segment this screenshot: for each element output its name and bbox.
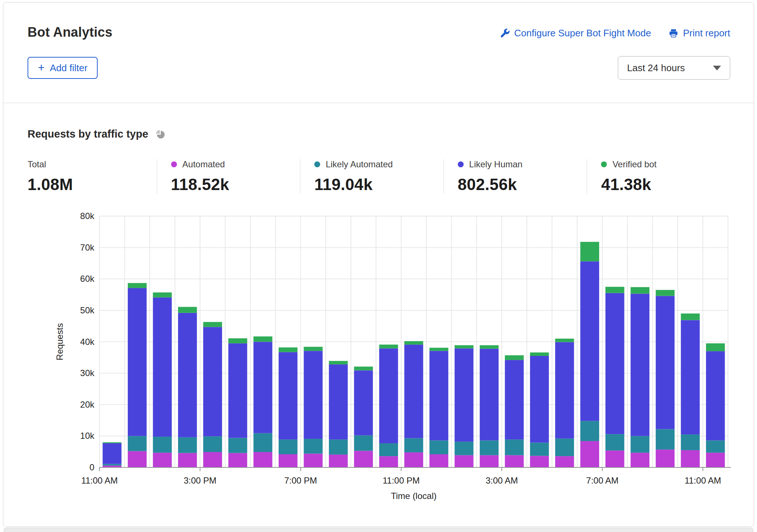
bar-segment-verified-bot[interactable] (253, 336, 272, 342)
bar-segment-automated[interactable] (555, 456, 574, 467)
bar-segment-verified-bot[interactable] (279, 347, 297, 352)
bar-segment-likely-human[interactable] (480, 349, 499, 440)
bar-segment-verified-bot[interactable] (379, 345, 398, 348)
bar-segment-automated[interactable] (430, 454, 448, 467)
bar-segment-likely-automated[interactable] (379, 443, 398, 456)
bar-segment-automated[interactable] (530, 456, 549, 467)
bar-segment-automated[interactable] (480, 455, 499, 467)
bar-segment-automated[interactable] (656, 449, 674, 467)
bar-segment-likely-automated[interactable] (228, 438, 247, 453)
bar-segment-verified-bot[interactable] (580, 242, 599, 261)
bar-segment-likely-automated[interactable] (203, 436, 222, 452)
bar-segment-automated[interactable] (279, 454, 297, 467)
bar-segment-automated[interactable] (329, 455, 348, 467)
bar-segment-verified-bot[interactable] (656, 290, 674, 296)
bar-segment-automated[interactable] (203, 452, 222, 467)
bar-segment-likely-automated[interactable] (279, 440, 297, 454)
bar-segment-likely-human[interactable] (631, 294, 649, 436)
bar-segment-likely-automated[interactable] (153, 437, 172, 453)
bar-segment-likely-human[interactable] (203, 327, 222, 436)
bar-segment-verified-bot[interactable] (480, 345, 499, 349)
bar-segment-likely-automated[interactable] (480, 440, 499, 455)
bar-segment-verified-bot[interactable] (605, 287, 624, 293)
bar-segment-automated[interactable] (681, 450, 700, 467)
bar-segment-likely-automated[interactable] (404, 438, 423, 452)
bar-segment-automated[interactable] (505, 455, 524, 467)
stat-label[interactable]: Likely Automated (326, 159, 393, 170)
bar-segment-likely-automated[interactable] (329, 440, 348, 455)
bar-segment-likely-human[interactable] (580, 261, 599, 421)
bar-segment-likely-automated[interactable] (304, 439, 322, 453)
bar-segment-likely-automated[interactable] (430, 440, 448, 454)
bar-segment-verified-bot[interactable] (354, 367, 373, 370)
bar-segment-automated[interactable] (706, 453, 725, 467)
bar-segment-likely-human[interactable] (505, 360, 524, 440)
stat-label[interactable]: Total (28, 159, 46, 170)
stat-label[interactable]: Likely Human (469, 159, 522, 170)
bar-segment-likely-human[interactable] (530, 356, 549, 442)
time-range-select[interactable]: Last 24 hours (618, 56, 730, 80)
bar-segment-likely-human[interactable] (454, 348, 473, 441)
bar-segment-likely-automated[interactable] (178, 437, 197, 453)
bar-segment-automated[interactable] (304, 453, 322, 467)
bar-segment-likely-human[interactable] (304, 351, 322, 439)
bar-segment-likely-human[interactable] (430, 351, 448, 440)
bar-segment-likely-automated[interactable] (656, 429, 674, 450)
stat-label[interactable]: Verified bot (612, 159, 656, 170)
print-report-link[interactable]: Print report (669, 28, 730, 39)
bar-segment-verified-bot[interactable] (153, 292, 172, 298)
bar-segment-likely-human[interactable] (706, 351, 725, 440)
bar-segment-likely-human[interactable] (153, 298, 172, 437)
bar-segment-likely-human[interactable] (354, 370, 373, 435)
bar-segment-likely-automated[interactable] (253, 433, 272, 452)
bar-segment-verified-bot[interactable] (404, 341, 423, 345)
bar-segment-verified-bot[interactable] (128, 283, 146, 288)
bar-segment-likely-automated[interactable] (103, 464, 122, 466)
bar-segment-likely-human[interactable] (555, 342, 574, 438)
stat-label[interactable]: Automated (182, 159, 225, 170)
bar-segment-automated[interactable] (605, 451, 624, 467)
bar-segment-automated[interactable] (228, 453, 247, 467)
bar-segment-verified-bot[interactable] (454, 345, 473, 349)
bar-segment-likely-automated[interactable] (505, 440, 524, 455)
bar-segment-likely-human[interactable] (253, 342, 272, 433)
bar-segment-likely-automated[interactable] (605, 434, 624, 451)
bar-segment-verified-bot[interactable] (505, 355, 524, 360)
bar-segment-verified-bot[interactable] (681, 313, 700, 320)
bar-segment-likely-automated[interactable] (128, 436, 146, 451)
bar-segment-likely-human[interactable] (656, 296, 674, 429)
bar-segment-automated[interactable] (178, 453, 197, 467)
bar-segment-verified-bot[interactable] (228, 338, 247, 343)
bar-segment-likely-human[interactable] (178, 313, 197, 437)
bar-segment-likely-automated[interactable] (454, 442, 473, 455)
bar-segment-likely-human[interactable] (681, 320, 700, 434)
bar-segment-likely-automated[interactable] (555, 438, 574, 456)
bar-segment-automated[interactable] (253, 452, 272, 467)
add-filter-button[interactable]: + Add filter (28, 57, 98, 79)
bar-segment-verified-bot[interactable] (203, 322, 222, 327)
bar-segment-verified-bot[interactable] (103, 442, 122, 444)
bar-segment-likely-human[interactable] (103, 443, 122, 464)
configure-super-bot-fight-mode-link[interactable]: Configure Super Bot Fight Mode (500, 28, 651, 39)
bar-segment-verified-bot[interactable] (178, 307, 197, 313)
bar-segment-automated[interactable] (153, 453, 172, 467)
bar-segment-automated[interactable] (404, 452, 423, 467)
bar-segment-likely-automated[interactable] (354, 436, 373, 451)
bar-segment-automated[interactable] (631, 453, 649, 467)
bar-segment-likely-human[interactable] (404, 345, 423, 438)
bar-segment-likely-human[interactable] (379, 348, 398, 443)
bar-segment-likely-automated[interactable] (681, 434, 700, 450)
bar-segment-automated[interactable] (454, 455, 473, 467)
bar-segment-likely-automated[interactable] (706, 440, 725, 452)
bar-segment-automated[interactable] (580, 441, 599, 467)
bar-segment-verified-bot[interactable] (555, 339, 574, 342)
bar-segment-verified-bot[interactable] (530, 353, 549, 356)
bar-segment-likely-human[interactable] (128, 288, 146, 436)
bar-segment-verified-bot[interactable] (304, 347, 322, 351)
bar-segment-likely-automated[interactable] (631, 436, 649, 452)
bar-segment-verified-bot[interactable] (430, 348, 448, 351)
bar-segment-likely-human[interactable] (279, 352, 297, 440)
bar-segment-automated[interactable] (128, 451, 146, 467)
bar-segment-automated[interactable] (379, 456, 398, 467)
bar-segment-likely-human[interactable] (605, 293, 624, 434)
